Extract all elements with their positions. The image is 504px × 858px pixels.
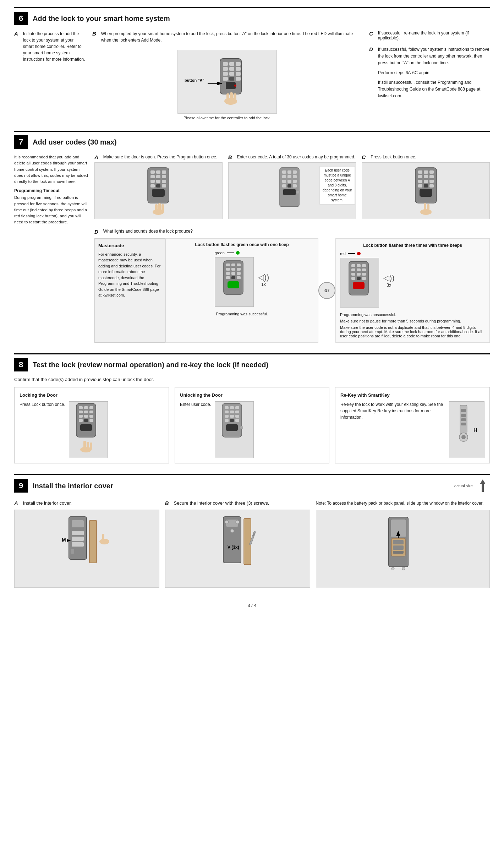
- svg-rect-112: [89, 419, 93, 422]
- red-note2: Make sure the user code is not a duplica…: [340, 325, 485, 338]
- svg-rect-28: [162, 175, 166, 178]
- locking-title: Locking the Door: [20, 392, 164, 398]
- svg-rect-70: [424, 203, 426, 212]
- step-6d: D If unsuccessful, follow your system's …: [369, 46, 490, 99]
- unlocking-title: Unlocking the Door: [180, 392, 324, 398]
- section-7-header: 7 Add user codes (30 max): [14, 135, 490, 149]
- red-lock-image: [340, 258, 379, 308]
- mastercode-box: Mastercode For enhanced security, a mast…: [94, 238, 165, 343]
- step-7c-text: Press Lock button once.: [371, 154, 416, 160]
- section-9-header: 9 Install the interior cover: [14, 479, 113, 493]
- svg-rect-117: [90, 442, 92, 450]
- section-9-header-row: 9 Install the interior cover actual size: [14, 479, 490, 493]
- red-dot: [357, 252, 361, 255]
- green-lock-diagram: [218, 259, 250, 305]
- svg-point-172: [402, 567, 405, 570]
- svg-rect-47: [282, 180, 286, 183]
- step-6cd: C If successful, re-name the lock in you…: [369, 31, 490, 99]
- step-6b-diagram: button "A": [181, 51, 273, 112]
- section-9: 9 Install the interior cover actual size…: [14, 474, 490, 588]
- svg-rect-107: [79, 415, 83, 418]
- locking-image: [69, 401, 108, 458]
- svg-rect-153: [102, 534, 104, 542]
- svg-rect-58: [429, 170, 434, 174]
- svg-rect-60: [424, 175, 428, 178]
- step-7a-text: Make sure the door is open. Press the Pr…: [103, 154, 218, 160]
- section-9-number: 9: [14, 479, 28, 493]
- svg-rect-151: [89, 520, 97, 563]
- svg-rect-64: [429, 180, 434, 183]
- step-7c: C Press Lock button once.: [362, 154, 490, 219]
- section-6-body: A Initiate the process to add the lock t…: [14, 31, 490, 120]
- or-text: or: [324, 288, 329, 293]
- svg-rect-127: [235, 415, 239, 418]
- step-6b-caption: Please allow time for the controller to …: [183, 116, 271, 120]
- svg-rect-67: [429, 184, 434, 188]
- actual-size-diagram: [476, 479, 490, 493]
- page-footer: 3 / 4: [14, 599, 490, 608]
- actual-size-indicator: actual size: [454, 479, 490, 493]
- step-9b: B Secure the interior cover with three (…: [165, 500, 310, 588]
- svg-rect-35: [152, 189, 165, 197]
- svg-rect-51: [287, 184, 291, 188]
- step-9b-diagram: V (3x): [202, 513, 273, 584]
- svg-rect-71: [427, 204, 429, 212]
- step-7d-label: D: [94, 229, 98, 235]
- svg-rect-11: [229, 77, 234, 81]
- svg-rect-68: [420, 189, 432, 197]
- step-7d: D What lights and sounds does the lock p…: [94, 225, 490, 343]
- svg-marker-141: [480, 479, 486, 484]
- svg-rect-80: [231, 272, 235, 275]
- svg-rect-90: [351, 268, 355, 271]
- svg-rect-32: [150, 184, 155, 188]
- svg-rect-120: [230, 406, 234, 409]
- step-7b-label: B: [228, 154, 232, 160]
- green-beep-content: green: [215, 251, 269, 309]
- svg-rect-5: [229, 67, 234, 71]
- mastercode-title: Mastercode: [98, 242, 161, 249]
- step-7-abc: A Make sure the door is open. Press the …: [94, 154, 490, 219]
- svg-rect-4: [223, 67, 228, 71]
- svg-rect-57: [424, 170, 428, 174]
- step-6d-text2: Perform steps 6A-6C again.: [378, 70, 490, 76]
- section-8: 8 Test the lock (review normal operation…: [14, 353, 490, 463]
- unlocking-image: [215, 401, 254, 458]
- section-7-body: It is recommended that you add and delet…: [14, 154, 490, 343]
- step-7-left-text: It is recommended that you add and delet…: [14, 154, 89, 185]
- section-8-number: 8: [14, 358, 28, 371]
- section-8-body: Locking the Door Press Lock button once.: [14, 387, 490, 463]
- rekey-title: Re-Key with SmartKey: [340, 392, 484, 398]
- svg-rect-146: [72, 537, 84, 541]
- green-caption: Programming was successful.: [216, 312, 268, 316]
- svg-rect-13: [226, 82, 236, 89]
- page-number: 3 / 4: [247, 603, 256, 608]
- programming-timeout-text: During programming, if no button is pres…: [14, 195, 89, 225]
- red-beep-title: Lock button flashes three times with thr…: [340, 243, 485, 248]
- unlocking-diagram: [215, 402, 251, 455]
- svg-rect-122: [225, 411, 229, 413]
- svg-rect-27: [156, 175, 160, 178]
- step-6b-label: B: [92, 31, 96, 37]
- section-9-title: Install the interior cover: [33, 482, 113, 490]
- svg-rect-137: [461, 423, 466, 425]
- svg-rect-45: [287, 175, 291, 178]
- step-6a: A Initiate the process to add the lock t…: [14, 31, 85, 63]
- step-9-note: Note: To access the battery pack or back…: [316, 500, 490, 588]
- step-6c: C If successful, re-name the lock in you…: [369, 31, 490, 40]
- step-7b-diagram: [271, 164, 313, 217]
- svg-rect-124: [235, 411, 239, 413]
- step-7a: A Make sure the door is open. Press the …: [94, 154, 223, 219]
- section-8-header: 8 Test the lock (review normal operation…: [14, 358, 490, 371]
- unlocking-text: Enter user code.: [180, 401, 211, 408]
- svg-rect-95: [362, 273, 366, 276]
- programming-timeout-title: Programming Timeout: [14, 188, 89, 193]
- svg-rect-65: [418, 184, 422, 188]
- step-7b-image: Each user code must be a unique code bet…: [228, 162, 356, 219]
- svg-rect-147: [72, 542, 84, 547]
- beep-green-section: Lock button flashes green once with one …: [165, 238, 318, 343]
- svg-rect-99: [353, 282, 365, 289]
- svg-rect-59: [418, 175, 422, 178]
- svg-rect-88: [357, 264, 361, 267]
- svg-rect-34: [162, 184, 166, 188]
- svg-rect-43: [293, 170, 297, 174]
